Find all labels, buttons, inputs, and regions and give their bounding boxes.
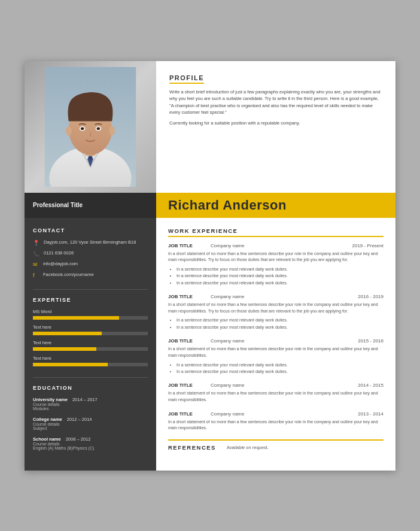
work-experience-title: WORK EXPERIENCE (168, 227, 384, 237)
expertise-section: EXPERTISE MS Word Text here Text here Te… (33, 297, 148, 366)
edu-name: School name (33, 436, 61, 442)
contact-email: info@dayjob.com (43, 261, 78, 268)
full-name: Richard Anderson (168, 198, 287, 213)
photo-area (25, 61, 156, 193)
contact-facebook: Facebook.com/yourname (43, 272, 94, 278)
education-container: University name 2014 – 2017 Course detai… (33, 397, 148, 450)
skill-bar-bg (33, 316, 148, 320)
email-icon: ✉ (33, 262, 39, 268)
job-desc: In a short statement of no more than a f… (168, 346, 384, 359)
contact-address-item: 📍 Dayjob.com, 120 Vyse Street Birmingham… (33, 239, 148, 246)
skill-item: Text here (33, 340, 148, 351)
job-desc: In a short statement of no more than a f… (168, 419, 384, 432)
education-title: EDUCATION (33, 385, 148, 391)
edu-name: College name (33, 417, 62, 422)
facebook-icon: f (33, 272, 39, 278)
job-bullet: In a sentence describe your most relevan… (176, 280, 384, 286)
contact-phone-item: 📞 0121 638 0026 (33, 250, 148, 257)
edu-years: 2008 – 2012 (66, 436, 91, 442)
edu-detail: Subject (33, 426, 148, 430)
skill-item: MS Word (33, 309, 148, 320)
contact-title: CONTACT (33, 227, 148, 233)
right-content: WORK EXPERIENCE JOB TITLE Company name 2… (156, 218, 395, 471)
location-icon: 📍 (33, 240, 39, 246)
job-bullet: In a sentence describe your most relevan… (176, 368, 384, 375)
profile-text: Write a short brief introduction of just… (169, 89, 382, 127)
job-desc: In a short statement of no more than a f… (168, 390, 384, 403)
job-header: JOB TITLE Company name 2013 - 2014 (168, 411, 384, 417)
job-entry: JOB TITLE Company name 2019 - Present In… (168, 243, 384, 286)
job-entry: JOB TITLE Company name 2013 - 2014 In a … (168, 411, 384, 432)
skill-item: Text here (33, 324, 148, 335)
job-header: JOB TITLE Company name 2015 - 2016 (168, 338, 384, 344)
job-years: 2014 - 2015 (358, 383, 384, 388)
skill-bar-bg (33, 332, 148, 335)
svg-point-8 (96, 127, 100, 130)
job-header: JOB TITLE Company name 2019 - Present (168, 243, 384, 248)
name-bar-left: Professional Title (25, 193, 156, 218)
job-bullets: In a sentence describe your most relevan… (168, 317, 384, 330)
job-title-label: JOB TITLE (168, 383, 201, 388)
skill-bar-fill (33, 332, 102, 335)
job-bullet: In a sentence describe your most relevan… (176, 362, 384, 368)
profile-area: PROFILE Write a short brief introduction… (156, 61, 395, 193)
svg-point-9 (66, 126, 72, 135)
contact-address: Dayjob.com, 120 Vyse Street Birmingham B… (44, 239, 136, 246)
skill-label: MS Word (33, 309, 148, 314)
job-desc: In a short statement of no more than a f… (168, 302, 384, 315)
contact-facebook-item: f Facebook.com/yourname (33, 272, 148, 278)
education-item: University name 2014 – 2017 Course detai… (33, 397, 148, 411)
profile-paragraph-1: Write a short brief introduction of just… (169, 89, 382, 117)
name-bar: Professional Title Richard Anderson (25, 193, 395, 218)
job-entry: JOB TITLE Company name 2016 - 2019 In a … (168, 294, 384, 330)
contact-section: CONTACT 📍 Dayjob.com, 120 Vyse Street Bi… (33, 227, 148, 278)
divider-2 (33, 377, 148, 378)
skill-bar-fill (33, 316, 119, 320)
skill-bar-bg (33, 347, 148, 351)
job-company: Company name (211, 411, 348, 417)
profile-heading: PROFILE (169, 74, 204, 84)
skills-container: MS Word Text here Text here Text here (33, 309, 148, 366)
name-bar-right: Richard Anderson (156, 193, 395, 218)
svg-point-10 (109, 126, 115, 135)
job-years: 2013 - 2014 (358, 411, 384, 417)
profile-paragraph-2: Currently looking for a suitable positio… (169, 120, 382, 127)
job-bullets: In a sentence describe your most relevan… (168, 266, 384, 286)
skill-label: Text here (33, 340, 148, 345)
contact-phone: 0121 638 0026 (44, 250, 74, 257)
job-bullets: In a sentence describe your most relevan… (168, 362, 384, 375)
job-bullet: In a sentence describe your most relevan… (176, 317, 384, 323)
main-content: CONTACT 📍 Dayjob.com, 120 Vyse Street Bi… (25, 218, 395, 471)
edu-detail: Course details (33, 422, 148, 426)
jobs-container: JOB TITLE Company name 2019 - Present In… (168, 243, 384, 432)
job-title-label: JOB TITLE (168, 411, 201, 417)
references-text: Available on request. (227, 445, 269, 450)
skill-bar-fill (33, 347, 96, 351)
resume-page: PROFILE Write a short brief introduction… (25, 61, 395, 471)
job-header: JOB TITLE Company name 2014 - 2015 (168, 383, 384, 388)
phone-icon: 📞 (33, 251, 39, 257)
job-desc: In a short statement of no more than a f… (168, 251, 384, 264)
job-company: Company name (211, 338, 348, 344)
edu-years: 2012 – 2014 (67, 417, 92, 422)
job-header: JOB TITLE Company name 2016 - 2019 (168, 294, 384, 299)
profile-photo (25, 61, 156, 193)
references-title: REFERENCES (168, 444, 216, 451)
education-item: College name 2012 – 2014 Course detailsS… (33, 417, 148, 430)
job-title-label: JOB TITLE (168, 243, 201, 248)
job-bullet: In a sentence describe your most relevan… (176, 272, 384, 279)
edu-years: 2014 – 2017 (72, 397, 98, 402)
job-bullet: In a sentence describe your most relevan… (176, 324, 384, 330)
sidebar: CONTACT 📍 Dayjob.com, 120 Vyse Street Bi… (25, 218, 156, 471)
job-title-label: JOB TITLE (168, 294, 201, 299)
edu-detail: Modules (33, 406, 148, 411)
job-bullet: In a sentence describe your most relevan… (176, 266, 384, 272)
edu-detail: English (A) Maths (B)Physics (C) (33, 446, 148, 450)
contact-email-item: ✉ info@dayjob.com (33, 261, 148, 268)
skill-bar-bg (33, 363, 148, 366)
job-years: 2019 - Present (352, 243, 384, 248)
edu-detail: Course details (33, 442, 148, 446)
edu-detail: Course details (33, 402, 148, 406)
expertise-title: EXPERTISE (33, 297, 148, 303)
education-item: School name 2008 – 2012 Course detailsEn… (33, 436, 148, 450)
